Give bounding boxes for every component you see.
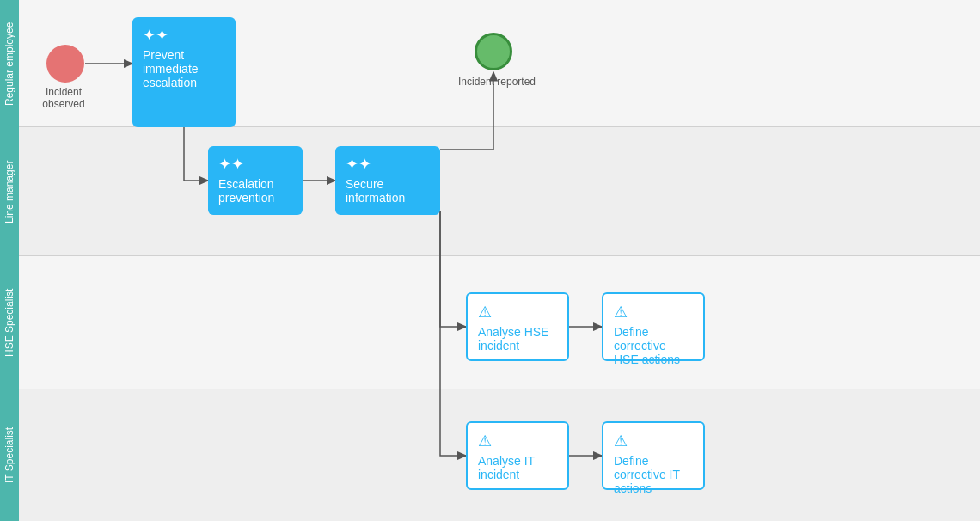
prevent-label: Prevent immediate escalation [143,48,225,89]
diagram-container: Regular employee Line manager HSE Specia… [0,0,980,521]
end-event-circle [475,33,512,70]
lane-label-regular: Regular employee [0,0,19,127]
define-it-label: Define corrective IT actions [614,454,693,495]
prevent-escalation-box[interactable]: ✦✦ Prevent immediate escalation [132,17,236,127]
analyse-hse-label: Analyse HSE incident [478,325,557,352]
define-hse-box[interactable]: ⚠ Define corrective HSE actions [602,292,705,361]
secure-information-box[interactable]: ✦✦ Secure information [335,146,440,215]
end-label: Incident reported [454,76,540,88]
diagram-area: Incident observed Incident reported ✦✦ P… [19,0,980,521]
lane-label-it: IT Specialist [0,389,19,521]
define-it-icon: ⚠ [614,432,628,451]
lane-label-hse: HSE Specialist [0,256,19,389]
nodes-layer: Incident observed Incident reported ✦✦ P… [19,0,980,521]
analyse-hse-box[interactable]: ⚠ Analyse HSE incident [466,292,569,361]
lane-label-line-manager: Line manager [0,127,19,256]
analyse-it-box[interactable]: ⚠ Analyse IT incident [466,421,569,490]
define-hse-label: Define corrective HSE actions [614,325,693,366]
start-label: Incident observed [29,86,98,110]
secure-label: Secure information [346,177,430,205]
escalation-label: Escalation prevention [218,177,292,205]
secure-icon: ✦✦ [346,155,371,174]
start-event-circle [46,45,84,83]
escalation-icon: ✦✦ [218,155,244,174]
lane-labels: Regular employee Line manager HSE Specia… [0,0,19,521]
define-it-box[interactable]: ⚠ Define corrective IT actions [602,421,705,490]
prevent-icon: ✦✦ [143,26,168,45]
escalation-prevention-box[interactable]: ✦✦ Escalation prevention [208,146,303,215]
analyse-it-label: Analyse IT incident [478,454,557,481]
analyse-it-icon: ⚠ [478,432,492,451]
analyse-hse-icon: ⚠ [478,303,492,322]
define-hse-icon: ⚠ [614,303,628,322]
